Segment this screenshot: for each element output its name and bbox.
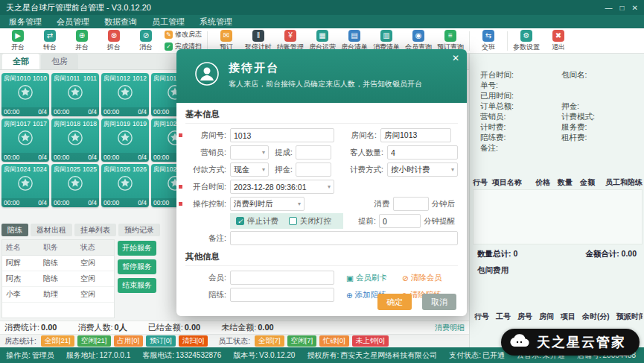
attendant-row[interactable]: 小李 助理 空闲	[2, 287, 114, 303]
attendant-row[interactable]: 阿杰 陪练 空闲	[2, 271, 114, 287]
member-card-link[interactable]: ▣会员刷卡	[346, 273, 387, 283]
attendant-status: 空闲	[77, 256, 114, 271]
room-card-1010[interactable]: 房间10101010 00:000/4	[1, 73, 49, 116]
reservation-icon: ✉	[220, 30, 232, 42]
reception-icon	[194, 61, 220, 89]
billing-label: 计费方式:	[344, 165, 387, 175]
menu-item-system[interactable]: 系统管理	[200, 16, 232, 28]
dialog-header: ✕ 接待开台 客人来店，前台接待人员确定来店人数，并告知收银员开台	[176, 49, 467, 103]
tab-equipment-rental[interactable]: 器材出租	[31, 224, 72, 236]
room-chip-idle[interactable]: 空闲[21]	[77, 335, 111, 347]
toolbar-separator	[469, 31, 470, 51]
room-chip-occupied[interactable]: 占用[0]	[114, 335, 144, 347]
reservation-list-button[interactable]: ≡ 预订查询	[437, 30, 464, 52]
field-deposit: 押金:	[557, 101, 644, 110]
consumption-list-button[interactable]: ▥ 消费清单	[373, 30, 400, 52]
transfer-table-button[interactable]: ⇄ 转台	[36, 30, 63, 52]
attendant-input[interactable]	[230, 288, 334, 302]
marketer-select[interactable]: ▾	[230, 145, 269, 160]
deposit-input[interactable]	[296, 162, 331, 177]
room-card-1025[interactable]: 房间10251025 00:000/4	[51, 164, 99, 207]
menu-item-staff[interactable]: 员工管理	[152, 16, 185, 28]
tab-booking-records[interactable]: 预约记录	[118, 224, 160, 236]
cancel-button[interactable]: 取消	[422, 294, 456, 310]
room-operations-button[interactable]: ▦ 房台运营	[309, 30, 336, 52]
room-card-1012[interactable]: 房间10121012 00:000/4	[101, 73, 149, 116]
split-table-button[interactable]: ⊗ 拆台	[101, 30, 127, 52]
menu-item-service[interactable]: 服务管理	[9, 16, 42, 28]
room-card-1018[interactable]: 房间10181018 00:000/4	[51, 119, 99, 162]
tab-all-rooms[interactable]: 全部	[2, 54, 39, 69]
staff-chip-all[interactable]: 全部[7]	[255, 335, 284, 347]
checkout-management-button[interactable]: ¥ 结账管理	[277, 30, 304, 52]
remind-minutes-input[interactable]	[379, 214, 421, 228]
close-button[interactable]: ✕	[632, 4, 638, 12]
room-name-input[interactable]	[380, 128, 451, 142]
room-card-1024[interactable]: 房间10241024 00:000/4	[1, 164, 49, 207]
room-no-input[interactable]	[230, 128, 334, 142]
member-query-button[interactable]: ◉ 会员查询	[405, 30, 432, 52]
reservation-button[interactable]: ✉ 预订	[213, 30, 240, 52]
exit-button[interactable]: ✖ 退出	[545, 30, 572, 52]
tab-pending-orders[interactable]: 挂单列表	[74, 224, 116, 236]
billing-select[interactable]: 按小时计费▾	[387, 162, 458, 177]
end-service-button[interactable]: 结束服务	[118, 278, 156, 293]
commission-input[interactable]	[296, 145, 331, 160]
tab-attendants[interactable]: 陪练	[1, 224, 28, 236]
guests-input[interactable]	[387, 145, 458, 160]
menu-item-data-query[interactable]: 数据查询	[104, 16, 137, 28]
room-fee-section-title: 包间费用	[477, 265, 508, 276]
room-card-1026[interactable]: 房间10261026 00:000/4	[101, 164, 149, 207]
staff-chip-idle[interactable]: 空闲[7]	[287, 335, 317, 347]
attendant-row[interactable]: 阿辉 陪练 空闲	[2, 256, 114, 271]
order-items-header: 行号 项目名称 价格 数量 金额 员工和陪练	[473, 177, 643, 190]
room-name: 房间1012	[103, 75, 130, 83]
close-light-checkbox[interactable]: 关闭灯控	[289, 216, 331, 227]
start-service-button[interactable]: 开始服务	[118, 241, 156, 256]
pause-service-button[interactable]: 暂停服务	[118, 259, 156, 274]
order-items-list[interactable]	[473, 189, 643, 244]
consume-minutes-input[interactable]	[393, 197, 429, 211]
consumption-detail-link[interactable]: 消费明细	[435, 323, 465, 333]
consumption-stats-bar: 消费统计:0.00 消费人数:0人 已结金额:0.00 未结金额:0.00 消费…	[0, 321, 469, 334]
minimize-button[interactable]: —	[605, 4, 613, 12]
clear-member-icon: ⊘	[402, 274, 409, 282]
menu-item-member[interactable]: 会员管理	[57, 16, 89, 28]
dialog-close-icon[interactable]: ✕	[452, 53, 459, 63]
open-table-button[interactable]: ▶ 开台	[4, 30, 31, 52]
room-chip-reserved[interactable]: 预订[0]	[146, 335, 176, 347]
member-input[interactable]	[230, 271, 334, 285]
attendant-table: 姓名 职务 状态 阿辉 陪练 空闲 阿杰 陪练 空闲 小李 助理 空闲	[1, 239, 115, 318]
cancel-table-button[interactable]: ⊘ 消台	[133, 30, 159, 52]
maximize-button[interactable]: □	[620, 4, 625, 12]
pause-timer-button[interactable]: ‖ 暂停计时	[245, 30, 272, 52]
col-name: 姓名	[2, 240, 39, 255]
room-chip-all[interactable]: 全部[21]	[41, 335, 74, 347]
open-time-select[interactable]: 2023-12-28 09:36:01▾	[230, 180, 334, 194]
confirm-button[interactable]: 确定	[377, 294, 412, 310]
stop-billing-checkbox[interactable]: ✓停止计费	[236, 216, 278, 227]
room-card-1017[interactable]: 房间10171017 00:000/4	[1, 119, 49, 162]
settings-button[interactable]: ⚙ 参数设置	[513, 30, 540, 52]
required-marker	[179, 133, 182, 137]
modify-room-status-button[interactable]: ✎ 修改房态	[165, 30, 202, 40]
room-list-button[interactable]: ▤ 房台清单	[341, 30, 368, 52]
remark-input[interactable]	[230, 231, 458, 245]
room-card-1011[interactable]: 房间10111011 00:000/4	[51, 73, 99, 116]
col-role: 职务	[39, 240, 77, 255]
room-time: 00:00	[153, 199, 169, 206]
staff-chip-offduty[interactable]: 未上钟[0]	[352, 335, 389, 347]
room-card-1019[interactable]: 房间10191019 00:000/4	[101, 119, 149, 162]
control-select[interactable]: 消费到时后▾	[230, 197, 305, 211]
tab-private-rooms[interactable]: 包房	[41, 54, 78, 69]
room-list-icon: ▤	[348, 30, 360, 42]
staff-chip-busy[interactable]: 忙碌[0]	[319, 335, 349, 347]
qty-total: 数量总计: 0	[477, 249, 517, 259]
shift-change-button[interactable]: ⇆ 交班	[475, 30, 502, 52]
dialog-body: 基本信息 房间号: 房间名: 营销员: ▾ 提成: 客人数量: 付款方式: 现金…	[176, 103, 467, 316]
clear-member-link[interactable]: ⊘清除会员	[402, 273, 442, 283]
room-chip-cleaning[interactable]: 清扫[0]	[179, 335, 208, 347]
toolbar-separator	[207, 31, 208, 51]
merge-table-button[interactable]: ⊕ 并台	[68, 30, 95, 52]
payment-select[interactable]: 现金▾	[230, 162, 269, 177]
